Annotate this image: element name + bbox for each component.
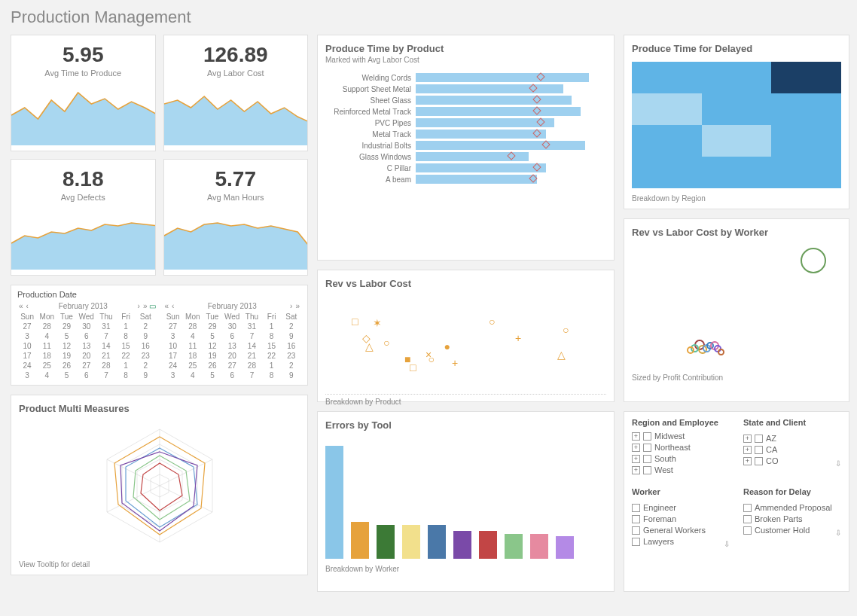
expand-icon[interactable]: + — [632, 444, 640, 452]
cal-day[interactable]: 19 — [203, 351, 222, 361]
cal-day[interactable]: 24 — [163, 361, 183, 371]
cal-day[interactable]: 6 — [222, 371, 242, 380]
cal-day[interactable]: 11 — [37, 341, 56, 351]
cal-day[interactable]: 5 — [203, 371, 222, 380]
cal-day[interactable]: 1 — [262, 361, 282, 371]
cal-day[interactable]: 9 — [282, 331, 301, 341]
cal-day[interactable]: 4 — [183, 371, 203, 380]
expand-icon[interactable]: + — [743, 446, 752, 454]
cal-day[interactable]: 11 — [183, 341, 203, 351]
cal-day[interactable]: 17 — [17, 351, 37, 361]
cal-day[interactable]: 28 — [96, 361, 116, 371]
cal-day[interactable]: 8 — [116, 331, 136, 341]
cal-day[interactable]: 16 — [282, 341, 301, 351]
cal-day[interactable]: 28 — [242, 361, 261, 371]
cal-day[interactable]: 31 — [242, 322, 261, 331]
filter-item[interactable]: Engineer — [632, 503, 724, 512]
filter-item[interactable]: + AZ — [743, 434, 835, 443]
cal-next-fast-icon[interactable]: » — [294, 302, 301, 310]
checkbox-icon[interactable] — [643, 455, 651, 463]
filter-item[interactable]: + Northeast — [632, 443, 730, 452]
scroll-down-icon[interactable]: ⇩ — [724, 540, 730, 548]
cal-day[interactable]: 22 — [116, 351, 136, 361]
cal-day[interactable]: 10 — [17, 341, 37, 351]
filter-item[interactable]: Foreman — [632, 514, 724, 523]
filter-item[interactable]: General Workers — [632, 526, 724, 535]
cal-day[interactable]: 15 — [116, 341, 136, 351]
cal-day[interactable]: 3 — [163, 331, 183, 341]
cal-day[interactable]: 6 — [222, 331, 242, 341]
cal-day[interactable]: 23 — [136, 351, 155, 361]
cal-day[interactable]: 6 — [77, 331, 96, 341]
cal-day[interactable]: 4 — [37, 371, 56, 380]
cal-day[interactable]: 25 — [183, 361, 203, 371]
cal-day[interactable]: 23 — [282, 351, 301, 361]
cal-day[interactable]: 9 — [136, 331, 155, 341]
cal-prev-icon[interactable]: ‹ — [170, 302, 175, 310]
cal-day[interactable]: 24 — [17, 361, 37, 371]
cal-next-icon[interactable]: › — [288, 302, 294, 310]
filter-item[interactable]: + CO — [743, 456, 835, 465]
cal-day[interactable]: 3 — [17, 371, 37, 380]
checkbox-icon[interactable] — [632, 504, 640, 512]
checkbox-icon[interactable] — [632, 515, 640, 523]
cal-prev-icon[interactable]: ‹ — [25, 302, 30, 310]
cal-day[interactable]: 6 — [77, 371, 96, 380]
cal-next-fast-icon[interactable]: » — [142, 302, 149, 310]
cal-day[interactable]: 2 — [282, 361, 301, 371]
filter-item[interactable]: + West — [632, 465, 730, 474]
filter-item[interactable]: + CA — [743, 445, 835, 454]
checkbox-icon[interactable] — [643, 444, 651, 452]
cal-day[interactable]: 22 — [262, 351, 282, 361]
cal-day[interactable]: 13 — [222, 341, 242, 351]
cal-day[interactable]: 28 — [37, 322, 56, 331]
cal-day[interactable]: 5 — [203, 331, 222, 341]
checkbox-icon[interactable] — [755, 446, 763, 454]
cal-day[interactable]: 1 — [262, 322, 282, 331]
cal-day[interactable]: 20 — [77, 351, 96, 361]
cal-day[interactable]: 9 — [136, 371, 155, 380]
cal-day[interactable]: 4 — [183, 331, 203, 341]
cal-range-icon[interactable]: ▭ — [149, 302, 156, 310]
scroll-down-icon[interactable]: ⇩ — [835, 529, 841, 537]
cal-day[interactable]: 3 — [17, 331, 37, 341]
cal-prev-fast-icon[interactable]: « — [163, 302, 171, 310]
checkbox-icon[interactable] — [755, 457, 763, 465]
checkbox-icon[interactable] — [632, 526, 640, 535]
cal-day[interactable]: 16 — [136, 341, 155, 351]
cal-day[interactable]: 1 — [116, 361, 136, 371]
cal-day[interactable]: 12 — [56, 341, 76, 351]
filter-item[interactable]: + Midwest — [632, 432, 730, 441]
cal-day[interactable]: 5 — [56, 331, 76, 341]
cal-day[interactable]: 31 — [96, 322, 116, 331]
cal-day[interactable]: 21 — [242, 351, 261, 361]
cal-day[interactable]: 8 — [262, 331, 282, 341]
cal-day[interactable]: 4 — [37, 331, 56, 341]
cal-day[interactable]: 2 — [136, 361, 155, 371]
cal-day[interactable]: 10 — [163, 341, 183, 351]
cal-day[interactable]: 7 — [96, 331, 116, 341]
cal-day[interactable]: 1 — [116, 322, 136, 331]
checkbox-icon[interactable] — [743, 504, 752, 512]
expand-icon[interactable]: + — [743, 457, 752, 465]
cal-day[interactable]: 7 — [242, 371, 261, 380]
cal-day[interactable]: 2 — [282, 322, 301, 331]
cal-day[interactable]: 27 — [163, 322, 183, 331]
cal-day[interactable]: 8 — [262, 371, 282, 380]
cal-day[interactable]: 27 — [222, 361, 242, 371]
expand-icon[interactable]: + — [743, 435, 752, 443]
checkbox-icon[interactable] — [755, 435, 763, 443]
cal-day[interactable]: 29 — [56, 322, 76, 331]
cal-day[interactable]: 29 — [203, 322, 222, 331]
cal-day[interactable]: 19 — [56, 351, 76, 361]
checkbox-icon[interactable] — [632, 538, 640, 546]
filter-item[interactable]: Lawyers — [632, 537, 724, 546]
checkbox-icon[interactable] — [643, 466, 651, 474]
cal-day[interactable]: 27 — [77, 361, 96, 371]
cal-day[interactable]: 12 — [203, 341, 222, 351]
cal-day[interactable]: 7 — [96, 371, 116, 380]
expand-icon[interactable]: + — [632, 455, 640, 463]
cal-day[interactable]: 20 — [222, 351, 242, 361]
cal-day[interactable]: 28 — [183, 322, 203, 331]
checkbox-icon[interactable] — [743, 515, 752, 523]
